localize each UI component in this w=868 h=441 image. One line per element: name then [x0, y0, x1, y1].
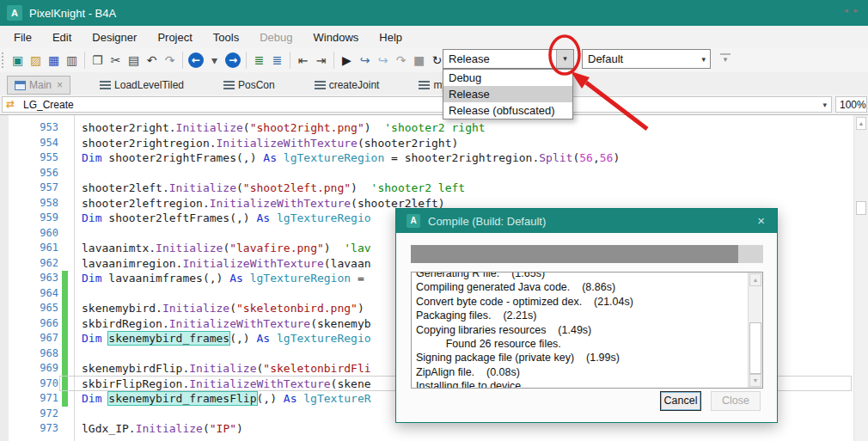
editor-scrollbar[interactable]: ▲ [853, 115, 868, 441]
tab-loadleveltiled[interactable]: LoadLevelTiled [93, 76, 194, 95]
toolbar: ▣▨▦▥❐✂▤↶↷←▾→≣≣⇤⇥▶↪↪↷■↻ [0, 48, 868, 72]
cut-icon[interactable]: ✂ [107, 52, 125, 70]
save-icon[interactable]: ▦ [45, 52, 63, 70]
menu-item-tools[interactable]: Tools [203, 28, 249, 47]
build-configuration-combo[interactable]: Release ▾ [443, 49, 574, 69]
compile-log-list[interactable]: Generating R file. (1.65s)Compiling gene… [411, 272, 763, 389]
tab-label: createJoint [329, 79, 380, 91]
code-token: ) [358, 302, 364, 315]
export-icon[interactable]: ▥ [63, 52, 81, 70]
line-number: 968 [0, 346, 58, 362]
build-combo-dropdown-icon[interactable]: ▾ [556, 50, 573, 68]
code-token: 'shooter2 left [371, 181, 466, 194]
code-token: skenemybird [82, 302, 156, 315]
line-number: 953 [0, 120, 58, 136]
open-project-icon[interactable]: ▨ [27, 52, 45, 70]
tab-close-icon[interactable]: × [57, 79, 63, 91]
code-token: shooter2rightregion [82, 137, 210, 150]
build-option-release-obfuscated-[interactable]: Release (obfuscated) [443, 102, 572, 119]
outdent-icon[interactable]: ⇤ [294, 52, 312, 70]
tab-poscon[interactable]: PosCon [217, 76, 285, 95]
change-indicator [62, 391, 68, 407]
run-icon[interactable]: ▶ [338, 52, 356, 70]
app-logo-icon: A [7, 5, 22, 21]
code-line[interactable]: 955Dim shooter2rightFrames(,) As lgTextu… [0, 150, 853, 166]
sub-selector-combo[interactable]: ⇄ LG_Create ▾ [2, 96, 832, 113]
uncomment-icon[interactable]: ≣ [268, 52, 286, 70]
code-text: Dim shooter2leftFrames(,) As lgTextureRe… [82, 211, 371, 226]
stop-icon[interactable]: ■ [410, 52, 428, 70]
line-number: 970 [0, 377, 58, 392]
paste-icon[interactable]: ▤ [125, 52, 143, 70]
code-token: "skeletonbird.png" [236, 302, 358, 315]
build-option-release[interactable]: Release [443, 86, 572, 102]
compile-log-scrollbar[interactable]: ▲ ▼ [748, 273, 762, 388]
log-scroll-up-icon[interactable]: ▲ [749, 273, 761, 286]
resume-icon[interactable]: ↪ [356, 52, 374, 70]
build-profile-combo[interactable]: Default ▾ [582, 49, 711, 69]
menu-item-edit[interactable]: Edit [42, 28, 82, 47]
menu-item-windows[interactable]: Windows [303, 28, 370, 47]
code-text: shooter2rightregion.InitializeWithTextur… [82, 136, 458, 151]
build-option-debug[interactable]: Debug [443, 70, 572, 86]
line-number: 964 [0, 286, 58, 302]
tab-scroll-right-icon[interactable]: ► [853, 7, 863, 15]
new-project-icon[interactable]: ▣ [9, 52, 27, 70]
copy-icon[interactable]: ❐ [89, 52, 107, 70]
scroll-up-icon[interactable]: ▲ [856, 117, 866, 130]
toolbar-overflow-icon[interactable]: ▾ [720, 53, 730, 64]
code-token: 'shooter2 right [384, 121, 485, 134]
toolbar-separator [182, 52, 183, 69]
code-token: . [210, 137, 217, 150]
sub-selector-dropdown-icon[interactable]: ▾ [822, 101, 827, 109]
line-number: 960 [0, 226, 58, 242]
code-token: . [169, 121, 176, 134]
build-configuration-dropdown: DebugReleaseRelease (obfuscated) [443, 69, 573, 119]
code-text: shooter2leftregion.InitializeWithTexture… [82, 196, 445, 211]
compile-dialog-close-icon[interactable]: × [757, 213, 765, 228]
log-scroll-down-icon[interactable]: ▼ [749, 374, 761, 387]
menu-item-help[interactable]: Help [369, 28, 413, 47]
editor-scrollbar-thumb[interactable] [856, 201, 866, 215]
cancel-button[interactable]: Cancel [660, 391, 701, 411]
menu-item-project[interactable]: Project [147, 28, 202, 47]
comment-icon[interactable]: ≣ [250, 52, 268, 70]
code-token: shooter2right [82, 121, 169, 134]
back-history-caret-icon[interactable]: ▾ [205, 52, 223, 70]
code-token: skbirdRegion [82, 317, 162, 330]
code-line[interactable]: 953shooter2right.Initialize("shoot2right… [0, 120, 853, 136]
tab-scroll-left-icon[interactable]: ◄ [842, 7, 853, 15]
menu-item-designer[interactable]: Designer [82, 28, 147, 47]
code-line[interactable]: 957shooter2left.Initialize("shoot2left.p… [0, 181, 853, 196]
step-into-icon[interactable]: ↪ [374, 52, 392, 70]
tab-main[interactable]: Main× [7, 76, 70, 95]
code-token: InitializeWithTexture [210, 197, 351, 210]
compile-dialog-titlebar[interactable]: A Compile (Build: Default) × [396, 209, 777, 233]
editor-zoom-level[interactable]: 100% [835, 96, 867, 113]
code-line[interactable]: 973lGdx_IP.Initialize("IP") [0, 421, 853, 437]
log-scrollbar-thumb[interactable] [749, 322, 761, 374]
redo-icon[interactable]: ↷ [161, 52, 179, 70]
menu-item-file[interactable]: File [3, 28, 42, 47]
line-number: 962 [0, 256, 58, 272]
code-line[interactable]: 954shooter2rightregion.InitializeWithTex… [0, 136, 853, 151]
step-over-icon[interactable]: ↷ [392, 52, 410, 70]
code-token: ( [358, 137, 364, 150]
toolbar-separator [333, 52, 334, 69]
code-line[interactable]: 956 [0, 166, 853, 181]
code-token: 56 [579, 151, 593, 164]
code-token: "skeletonbirdFli [263, 362, 370, 375]
change-indicator [62, 377, 68, 392]
tab-createjoint[interactable]: createJoint [308, 76, 390, 95]
indent-icon[interactable]: ⇥ [312, 52, 330, 70]
line-number: 958 [0, 196, 58, 211]
line-number: 973 [0, 421, 58, 437]
code-token [371, 121, 385, 134]
navigate-back-icon[interactable]: ← [188, 52, 204, 68]
code-token: skbirFlipRegion [82, 377, 182, 390]
navigate-forward-icon[interactable]: → [225, 52, 241, 68]
undo-icon[interactable]: ↶ [143, 52, 161, 70]
tab-scroll-arrows[interactable]: ◄► [842, 7, 863, 15]
code-token: Dim [82, 211, 108, 224]
line-number: 972 [0, 407, 58, 422]
